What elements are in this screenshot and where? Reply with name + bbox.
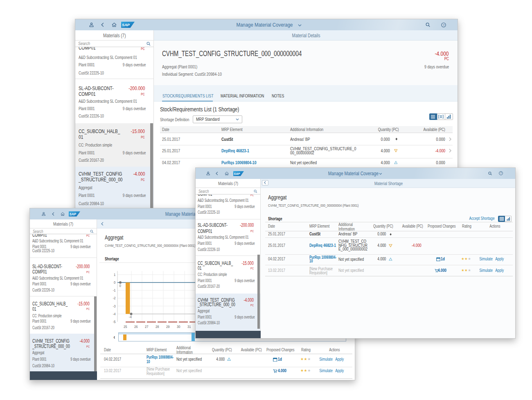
svg-text:?: ? bbox=[500, 172, 502, 175]
svg-text:SAP: SAP bbox=[234, 172, 240, 175]
svg-text:SAP: SAP bbox=[122, 23, 130, 27]
svg-text:?: ? bbox=[443, 23, 444, 27]
